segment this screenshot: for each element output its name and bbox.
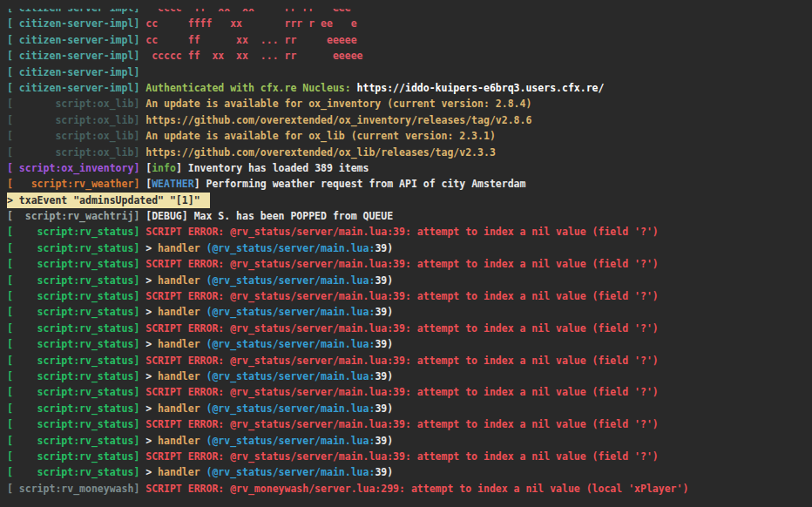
log-segment: [ script:rv_status] <box>7 258 145 270</box>
log-segment: 39) <box>375 306 393 318</box>
log-line-script-error: [ script:rv_status] SCRIPT ERROR: @rv_st… <box>7 321 812 336</box>
log-line-handler-trace: [ script:rv_status] > handler (@rv_statu… <box>7 401 812 416</box>
log-segment: https://iddo-kuipers-e6brq3.users.cfx.re… <box>357 82 605 94</box>
log-segment: > <box>145 435 158 447</box>
log-segment: 39) <box>375 370 393 382</box>
log-segment: SCRIPT ERROR: @rv_status/server/main.lua… <box>145 290 659 302</box>
log-segment: handler <box>158 466 206 478</box>
log-segment: handler <box>158 370 206 382</box>
log-segment: [ citizen-server-impl] <box>7 17 145 30</box>
log-segment: > <box>145 242 158 254</box>
log-segment: [ script:rv_weather] <box>7 178 145 190</box>
log-segment: [ citizen-server-impl] <box>7 66 139 78</box>
log-segment: (@rv_status/server/main.lua: <box>206 402 376 415</box>
log-segment: An update is available for ox_inventory … <box>145 98 531 110</box>
log-segment: SCRIPT ERROR: @rv_status/server/main.lua… <box>145 226 659 238</box>
log-line-script-error: [ script:rv_moneywash] SCRIPT ERROR: @rv… <box>7 481 812 497</box>
txadmin-command-echo: > txaEvent "adminsUpdated" "[1]" <box>7 193 812 208</box>
log-segment: [ script:rv_status] <box>7 450 145 463</box>
log-line-oxlib-update: [ script:ox_lib] An update is available … <box>7 96 812 112</box>
log-line-script-error: [ script:rv_status] SCRIPT ERROR: @rv_st… <box>7 288 812 304</box>
log-segment: 39) <box>375 435 393 447</box>
log-segment: handler <box>158 402 206 415</box>
log-segment: 39) <box>375 338 393 350</box>
log-line-nucleus-auth: [ citizen-server-impl] Authenticated wit… <box>7 80 812 96</box>
log-segment: [ citizen-server-impl] <box>7 34 145 46</box>
log-line-script-error: [ script:rv_status] SCRIPT ERROR: @rv_st… <box>7 353 812 368</box>
log-segment: cc ff xx ... rr eeeee <box>145 34 356 46</box>
log-segment: WEATHER <box>152 178 193 190</box>
log-segment: [ script:rv_status] <box>7 355 145 367</box>
log-line-script-error: [ script:rv_status] SCRIPT ERROR: @rv_st… <box>7 384 812 400</box>
log-segment: [ script:rv_status] <box>7 386 145 398</box>
log-segment: > <box>145 274 158 287</box>
log-segment: [ script:rv_status] <box>7 242 145 254</box>
log-segment: 39) <box>375 242 393 254</box>
log-line-handler-trace: [ script:rv_status] > handler (@rv_statu… <box>7 368 812 384</box>
log-segment: https://github.com/overextended/ox_lib/r… <box>145 146 496 159</box>
log-line-handler-trace: [ script:rv_status] > handler (@rv_statu… <box>7 433 812 449</box>
ascii-art-line: [ citizen-server-impl] ccccc ff xx xx ..… <box>7 48 812 64</box>
log-segment: [ script:rv_status] <box>7 322 145 335</box>
log-segment: ] Performing weather request from API of… <box>194 178 526 190</box>
log-segment: (@rv_status/server/main.lua: <box>206 370 376 382</box>
log-segment: [ script:rv_status] <box>7 338 145 350</box>
log-segment: (@rv_status/server/main.lua: <box>206 435 376 447</box>
log-segment: [ script:rv_status] <box>7 306 145 318</box>
log-segment: [ citizen-server-impl] <box>7 82 145 94</box>
log-line-oxlib-update: [ script:ox_lib] An update is available … <box>7 128 812 144</box>
log-segment: handler <box>158 435 206 447</box>
log-segment: SCRIPT ERROR: @rv_status/server/main.lua… <box>145 258 659 270</box>
log-segment: https://github.com/overextended/ox_inven… <box>145 114 531 126</box>
log-segment: > <box>145 338 158 350</box>
log-segment: [ script:rv_wachtrij] <box>7 210 145 222</box>
console-log[interactable]: [ citizen-server-impl] cccc ff xx xx rr … <box>0 0 812 507</box>
log-segment: > txaEvent "adminsUpdated" "[1]" <box>7 194 200 206</box>
log-segment: > <box>145 370 158 382</box>
log-segment: SCRIPT ERROR: @rv_status/server/main.lua… <box>145 386 659 398</box>
log-segment: [ script:ox_inventory] <box>7 162 145 174</box>
log-segment: [ script:rv_status] <box>7 418 145 430</box>
log-segment: [ script:rv_moneywash] <box>7 483 145 495</box>
log-segment: [ script:rv_status] <box>7 435 145 447</box>
log-segment: [ citizen-server-impl] <box>7 2 145 14</box>
log-line-oxlib-update-url: [ script:ox_lib] https://github.com/over… <box>7 112 812 128</box>
log-segment: handler <box>158 242 206 254</box>
executed-command-highlight: > txaEvent "adminsUpdated" "[1]" <box>7 193 210 208</box>
log-segment: (@rv_status/server/main.lua: <box>206 338 376 350</box>
log-segment: [ script:ox_lib] <box>7 98 145 110</box>
log-segment: > <box>145 466 158 478</box>
log-segment: cccc ff xx xx rr rr eee <box>145 2 350 14</box>
log-line-queue-debug: [ script:rv_wachtrij] [DEBUG] Max S. has… <box>7 208 812 224</box>
log-segment: [ citizen-server-impl] <box>7 50 145 62</box>
ascii-art-line: [ citizen-server-impl] cc ffff xx rrr r … <box>7 16 812 31</box>
log-segment: SCRIPT ERROR: @rv_status/server/main.lua… <box>145 355 659 367</box>
log-segment: An update is available for ox_lib (curre… <box>145 130 496 142</box>
log-line-weather: [ script:rv_weather] [WEATHER] Performin… <box>7 176 812 192</box>
log-line-script-error: [ script:rv_status] SCRIPT ERROR: @rv_st… <box>7 256 812 272</box>
log-line-handler-trace: [ script:rv_status] > handler (@rv_statu… <box>7 273 812 288</box>
log-segment: SCRIPT ERROR: @rv_status/server/main.lua… <box>145 450 659 463</box>
log-segment: > <box>145 306 158 318</box>
live-console-page: { "palette": { "bg": "#292929", "fg": "#… <box>0 0 812 507</box>
log-line-oxlib-update-url: [ script:ox_lib] https://github.com/over… <box>7 145 812 160</box>
log-segment: 39) <box>375 466 393 478</box>
log-segment: ] Inventory has loaded 389 items <box>176 162 369 174</box>
log-segment: [ script:rv_status] <box>7 370 145 382</box>
log-segment: info <box>152 162 176 174</box>
log-line-script-error: [ script:rv_status] SCRIPT ERROR: @rv_st… <box>7 449 812 464</box>
log-segment: handler <box>158 306 206 318</box>
log-segment: handler <box>158 338 206 350</box>
log-line-script-error: [ script:rv_status] SCRIPT ERROR: @rv_st… <box>7 416 812 432</box>
log-segment: SCRIPT ERROR: @rv_moneywash/server.lua:2… <box>145 483 688 495</box>
log-segment: (@rv_status/server/main.lua: <box>206 242 376 254</box>
log-segment: (@rv_status/server/main.lua: <box>206 274 376 287</box>
log-line-handler-trace: [ script:rv_status] > handler (@rv_statu… <box>7 464 812 480</box>
log-segment: [ script:ox_lib] <box>7 130 145 142</box>
log-segment: SCRIPT ERROR: @rv_status/server/main.lua… <box>145 322 659 335</box>
log-line-empty: [ citizen-server-impl] <box>7 64 812 80</box>
log-segment: [ script:ox_lib] <box>7 146 145 159</box>
log-segment: [ script:ox_lib] <box>7 114 145 126</box>
log-segment: [ script:rv_status] <box>7 290 145 302</box>
log-line-handler-trace: [ script:rv_status] > handler (@rv_statu… <box>7 240 812 256</box>
